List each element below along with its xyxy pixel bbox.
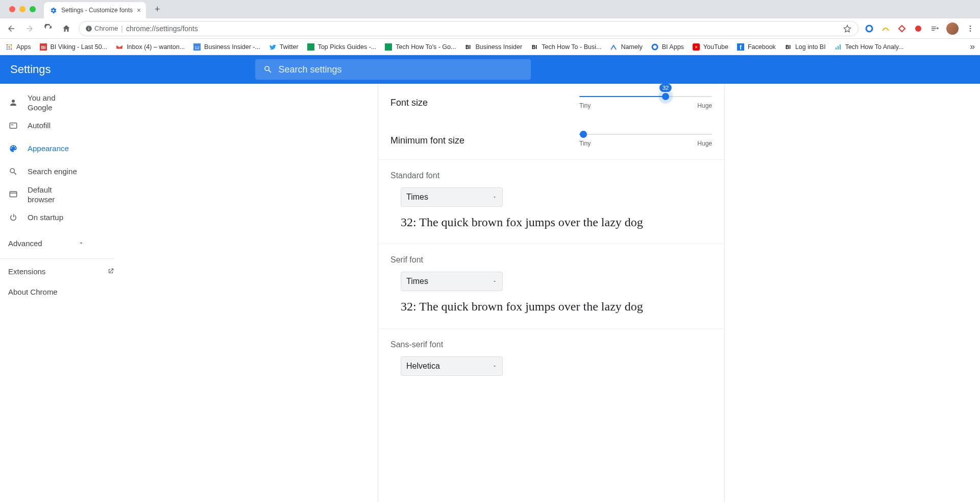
nav-search-engine[interactable]: Search engine: [0, 161, 122, 182]
tab-strip: Settings - Customize fonts × +: [0, 0, 980, 18]
nav-default-browser[interactable]: Defaultbrowser: [0, 184, 122, 205]
chevron-down-icon: [492, 279, 497, 284]
star-icon[interactable]: [843, 24, 852, 33]
gear-icon: [49, 6, 57, 14]
bookmark-item[interactable]: Twitter: [268, 43, 299, 51]
nav-label: Advanced: [8, 239, 42, 248]
nav-about-chrome[interactable]: About Chrome: [0, 281, 122, 302]
bookmark-item[interactable]: BIBI Viking - Last 50...: [39, 43, 108, 51]
bookmark-label: Namely: [621, 43, 642, 51]
ext-icon-4[interactable]: [914, 24, 923, 33]
namely-icon: [609, 43, 618, 51]
nav-you-and-google[interactable]: You andGoogle: [0, 92, 122, 113]
settings-body: You andGoogle Autofill Appearance Search…: [0, 84, 980, 502]
bookmark-item[interactable]: BI Apps: [651, 43, 684, 51]
bookmarks-overflow-icon[interactable]: »: [970, 41, 975, 52]
font-size-slider[interactable]: 32 Tiny Huge: [579, 96, 712, 109]
bookmark-item[interactable]: Tech How To Analy...: [834, 43, 904, 51]
maximize-window-button[interactable]: [30, 6, 36, 12]
bookmark-apps[interactable]: Apps: [5, 43, 31, 51]
svg-rect-14: [7, 48, 8, 49]
bookmark-item[interactable]: BITech How To - Busi...: [530, 43, 601, 51]
standard-font-dropdown[interactable]: Times: [401, 187, 503, 207]
omnibox-path: chrome://settings/fonts: [126, 25, 198, 33]
nav-on-startup[interactable]: On startup: [0, 207, 122, 228]
ext-icon-2[interactable]: [881, 24, 890, 33]
svg-rect-13: [11, 46, 12, 47]
dropdown-value: Times: [406, 193, 428, 202]
close-tab-icon[interactable]: ×: [137, 6, 141, 14]
bookmark-item[interactable]: YouTube: [692, 43, 728, 51]
forward-button[interactable]: [23, 22, 36, 35]
chevron-down-icon: [492, 195, 497, 200]
svg-rect-22: [385, 43, 392, 51]
twitter-icon: [268, 43, 277, 51]
apps-grid-icon: [5, 43, 13, 51]
bookmark-item[interactable]: Namely: [609, 43, 642, 51]
sans-serif-font-dropdown[interactable]: Helvetica: [401, 356, 503, 376]
nav-appearance[interactable]: Appearance: [0, 138, 122, 159]
bookmark-item[interactable]: Top Picks Guides -...: [307, 43, 377, 51]
bi-icon: BI: [530, 43, 538, 51]
nav-label: About Chrome: [8, 288, 58, 296]
svg-point-4: [915, 26, 921, 32]
font-preview: 32: The quick brown fox jumps over the l…: [401, 214, 712, 230]
autofill-icon: [8, 121, 18, 130]
site-info-icon[interactable]: Chrome: [85, 25, 118, 32]
svg-text:BI: BI: [786, 44, 791, 50]
chevron-down-icon: [78, 240, 84, 246]
bookmark-label: Tech How To's - Go...: [396, 43, 456, 51]
browser-tab[interactable]: Settings - Customize fonts ×: [44, 2, 146, 18]
tab-title: Settings - Customize fonts: [61, 7, 133, 14]
kebab-menu-icon[interactable]: [966, 24, 975, 33]
minimize-window-button[interactable]: [19, 6, 26, 12]
bi-icon: BI: [784, 43, 792, 51]
close-window-button[interactable]: [9, 6, 15, 12]
new-tab-button[interactable]: +: [150, 2, 164, 16]
profile-avatar[interactable]: [946, 22, 959, 35]
sans-serif-font-section: Sans-serif font Helvetica: [378, 329, 724, 381]
bookmark-item[interactable]: fFacebook: [737, 43, 776, 51]
svg-rect-16: [11, 48, 12, 49]
nav-label: Defaultbrowser: [28, 185, 55, 205]
svg-text:BI: BI: [532, 44, 537, 50]
bookmark-item[interactable]: BILog into BI: [784, 43, 826, 51]
bookmark-label: BI Apps: [662, 43, 684, 51]
min-font-size-slider[interactable]: Tiny Huge: [579, 134, 712, 147]
svg-point-7: [970, 30, 971, 32]
youtube-icon: [692, 43, 700, 51]
nav-label: Autofill: [28, 121, 51, 131]
slider-thumb[interactable]: [580, 131, 587, 138]
home-button[interactable]: [60, 22, 72, 35]
bookmark-item[interactable]: Inbox (4) – wanton...: [115, 43, 185, 51]
nav-autofill[interactable]: Autofill: [0, 115, 122, 136]
nav-label: Extensions: [8, 267, 45, 276]
nav-extensions[interactable]: Extensions: [0, 261, 122, 281]
settings-sidebar: You andGoogle Autofill Appearance Search…: [0, 84, 122, 502]
ext-icon-3[interactable]: [897, 24, 906, 33]
divider: [0, 258, 114, 259]
slider-thumb[interactable]: [662, 93, 669, 100]
serif-font-dropdown[interactable]: Times: [401, 272, 503, 291]
back-button[interactable]: [5, 22, 17, 35]
slider-max-label: Huge: [697, 140, 712, 147]
svg-rect-21: [307, 43, 314, 51]
reload-button[interactable]: [42, 22, 54, 35]
svg-rect-15: [9, 48, 10, 49]
browser-icon: [8, 190, 18, 199]
bookmark-item[interactable]: 12Business Insider -...: [193, 43, 260, 51]
settings-header: Settings: [0, 55, 980, 84]
sheets-icon: [384, 43, 393, 51]
svg-rect-12: [9, 46, 10, 47]
bookmark-item[interactable]: BIBusiness Insider: [464, 43, 522, 51]
svg-rect-34: [11, 125, 14, 126]
reading-list-icon[interactable]: [930, 24, 939, 33]
ext-icon-1[interactable]: [865, 24, 874, 33]
search-settings-field[interactable]: [255, 59, 531, 80]
address-bar[interactable]: Chrome | chrome://settings/fonts: [79, 21, 859, 36]
window-controls[interactable]: [5, 6, 40, 12]
bookmark-item[interactable]: Tech How To's - Go...: [384, 43, 456, 51]
search-input[interactable]: [279, 64, 523, 75]
nav-advanced[interactable]: Advanced: [0, 233, 122, 253]
browser-toolbar: Chrome | chrome://settings/fonts: [0, 18, 980, 39]
